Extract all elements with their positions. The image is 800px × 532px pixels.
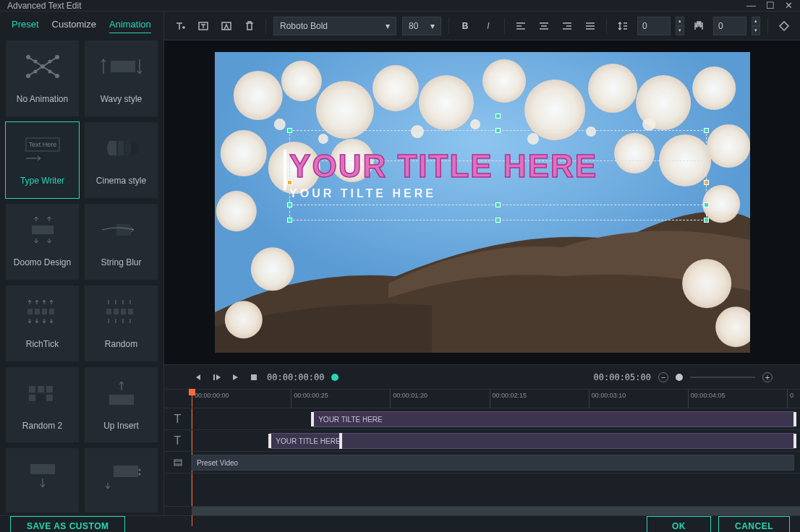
text-box-icon[interactable] <box>195 17 212 35</box>
play-solo-icon[interactable] <box>229 372 241 383</box>
zoom-slider-track[interactable] <box>690 377 755 378</box>
tab-customize[interactable]: Customize <box>52 19 96 33</box>
minimize-icon[interactable]: — <box>746 0 756 11</box>
bold-icon[interactable]: B <box>456 17 474 35</box>
preset-random-2[interactable]: Random 2 <box>6 367 79 443</box>
svg-rect-21 <box>49 309 54 314</box>
svg-point-63 <box>273 119 285 130</box>
svg-rect-18 <box>27 309 33 314</box>
svg-point-62 <box>224 301 262 338</box>
marker-dot-green[interactable] <box>331 374 339 381</box>
preset-no-animation[interactable]: No Animation <box>6 40 79 116</box>
svg-point-59 <box>250 247 294 291</box>
spin-down[interactable]: ▾ <box>676 26 684 35</box>
letter-spacing-icon[interactable]: AB <box>690 17 707 35</box>
line-height-icon[interactable] <box>614 17 631 35</box>
clip-subtitle[interactable]: YOUR TILTE HERE <box>313 411 793 427</box>
text-shape-icon[interactable] <box>218 17 235 35</box>
svg-point-51 <box>220 130 266 176</box>
spin-up[interactable]: ▴ <box>676 17 684 26</box>
svg-rect-30 <box>46 395 53 401</box>
cancel-button[interactable]: CANCEL <box>718 516 790 532</box>
clip-video[interactable]: Preset Video <box>192 455 794 471</box>
title-text[interactable]: YOUR TITLE HERE <box>289 148 707 184</box>
font-select[interactable]: Roboto Bold▾ <box>273 17 396 35</box>
svg-point-55 <box>707 124 750 168</box>
svg-rect-33 <box>30 464 55 474</box>
preset-cinema-style[interactable]: Cinema style <box>85 122 158 198</box>
tab-preset[interactable]: Preset <box>12 19 39 33</box>
svg-rect-26 <box>29 386 35 392</box>
letter-spacing-input[interactable]: 0 <box>713 17 746 35</box>
svg-rect-20 <box>42 309 47 314</box>
svg-point-10 <box>48 71 51 73</box>
svg-rect-29 <box>29 395 35 401</box>
svg-point-57 <box>216 191 256 231</box>
preset-wavy-style[interactable]: Wavy style <box>85 40 158 116</box>
svg-point-36 <box>138 473 140 476</box>
track-icon-video[interactable] <box>164 452 192 473</box>
track-icon-text[interactable]: T <box>164 408 192 429</box>
side-panel: Preset Customize Animation No Animation … <box>0 12 164 515</box>
size-select[interactable]: 80▾ <box>402 17 441 35</box>
align-center-icon[interactable] <box>535 17 553 35</box>
close-icon[interactable]: ✕ <box>785 0 793 11</box>
preset-extra-1[interactable] <box>6 448 79 512</box>
align-right-icon[interactable] <box>558 17 576 35</box>
chevron-down-icon: ▾ <box>430 21 435 31</box>
align-left-icon[interactable] <box>512 17 529 35</box>
svg-rect-28 <box>46 386 53 392</box>
zoom-in-icon[interactable]: + <box>762 372 773 382</box>
prev-frame-icon[interactable] <box>192 372 203 383</box>
clip-title[interactable]: YOUR TITLE HERE <box>271 433 793 449</box>
spin-down[interactable]: ▾ <box>752 26 760 35</box>
play-icon[interactable] <box>210 372 222 383</box>
track-icon-text[interactable]: T <box>164 430 192 451</box>
diamond-icon[interactable] <box>775 17 793 35</box>
preset-up-insert[interactable]: Up Insert <box>85 367 158 443</box>
zoom-slider-handle[interactable] <box>676 374 683 381</box>
preset-random[interactable]: Random <box>85 286 158 361</box>
svg-point-45 <box>418 75 473 130</box>
preset-doomo-design[interactable]: Doomo Design <box>6 204 79 280</box>
preset-extra-2[interactable] <box>85 448 158 512</box>
tab-animation[interactable]: Animation <box>109 19 151 33</box>
svg-point-48 <box>588 64 637 113</box>
line-height-input[interactable]: 0 <box>637 17 671 35</box>
svg-point-3 <box>56 56 59 59</box>
save-as-custom-button[interactable]: SAVE AS CUSTOM <box>10 516 125 532</box>
stop-icon[interactable] <box>248 372 260 383</box>
subtitle-text[interactable]: YOUR TILTE HERE <box>289 187 707 200</box>
preset-richtick[interactable]: RichTick <box>6 286 79 361</box>
footer-bar: SAVE AS CUSTOM OK CANCEL <box>0 515 800 532</box>
italic-icon[interactable]: I <box>480 17 497 35</box>
ok-button[interactable]: OK <box>647 516 711 532</box>
svg-point-69 <box>642 118 655 131</box>
svg-rect-22 <box>106 309 111 314</box>
maximize-icon[interactable]: ☐ <box>766 0 775 11</box>
svg-point-2 <box>27 56 30 59</box>
spin-up[interactable]: ▴ <box>752 17 760 26</box>
svg-rect-15 <box>125 141 131 155</box>
svg-rect-71 <box>251 374 257 380</box>
svg-rect-11 <box>111 61 135 72</box>
preset-string-blur[interactable]: String Blur <box>85 204 158 280</box>
align-justify-icon[interactable] <box>582 17 599 35</box>
text-toolbar: Roboto Bold▾ 80▾ B I 0 ▴▾ AB 0 ▴▾ <box>164 12 800 40</box>
preset-grid: No Animation Wavy style Text Here Type W… <box>0 38 163 515</box>
svg-rect-16 <box>32 226 54 234</box>
playback-bar: 00:00:00:00 00:00:05:00 − + <box>164 364 800 389</box>
svg-point-41 <box>233 71 282 120</box>
preview-canvas[interactable]: YOUR TITLE HERE YOUR TILTE HERE <box>164 40 800 364</box>
svg-rect-34 <box>114 466 138 477</box>
svg-point-6 <box>41 65 44 68</box>
add-text-icon[interactable] <box>171 17 189 35</box>
svg-point-66 <box>469 119 480 129</box>
preset-type-writer[interactable]: Text Here Type Writer <box>6 122 79 198</box>
zoom-out-icon[interactable]: − <box>658 372 668 382</box>
trash-icon[interactable] <box>241 17 258 35</box>
svg-point-4 <box>27 74 30 77</box>
svg-rect-70 <box>213 374 215 380</box>
timeline-ruler[interactable]: 00:00:00:0000:00:00:25 00:00:01:2000:00:… <box>164 389 800 408</box>
horizontal-scrollbar[interactable] <box>192 507 800 515</box>
